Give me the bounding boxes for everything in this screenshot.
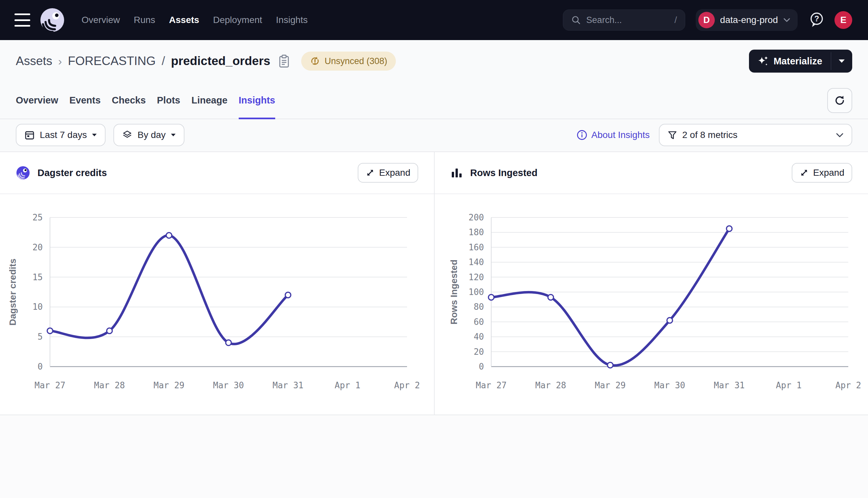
svg-text:5: 5 [38,332,43,342]
sparkles-icon [757,55,769,67]
svg-text:Mar 31: Mar 31 [272,380,304,390]
copy-icon[interactable] [278,54,290,68]
metrics-filter-label: 2 of 8 metrics [682,130,738,140]
panel-title: Dagster credits [38,168,107,179]
svg-text:Mar 29: Mar 29 [595,380,626,390]
svg-text:180: 180 [469,227,484,237]
workspace-badge: D [698,12,715,28]
breadcrumb-separator: / [162,54,165,68]
status-badge[interactable]: Unsynced (308) [301,52,396,70]
svg-text:Mar 28: Mar 28 [94,380,125,390]
materialize-button[interactable]: Materialize [749,50,831,73]
layers-icon [122,130,132,140]
expand-icon [366,168,375,178]
date-range-filter[interactable]: Last 7 days [16,124,105,146]
top-nav: Overview Runs Assets Deployment Insights… [0,0,868,40]
breadcrumb-assets[interactable]: Assets [16,54,52,68]
panel-dagster-credits: Dagster credits Expand 0510152025Mar 27M… [0,152,434,415]
sync-alert-icon [310,56,320,66]
user-avatar[interactable]: E [834,11,852,29]
expand-label: Expand [813,168,844,178]
help-icon[interactable]: ? [809,11,825,29]
materialize-dropdown-button[interactable] [831,50,852,73]
asset-name: predicted_orders [171,54,270,68]
tab-lineage[interactable]: Lineage [191,82,228,119]
svg-text:200: 200 [469,212,484,222]
caret-down-icon [171,133,176,137]
insights-panels: Dagster credits Expand 0510152025Mar 27M… [0,152,868,415]
workspace-name: data-eng-prod [720,15,778,25]
breadcrumb-group[interactable]: FORECASTING [68,54,155,68]
workspace-switcher[interactable]: D data-eng-prod [696,9,797,31]
rows-ingested-chart[interactable]: 020406080100120140160180200Mar 27Mar 28M… [435,194,868,415]
svg-text:100: 100 [469,287,484,297]
svg-text:Apr 2: Apr 2 [394,380,420,390]
search-icon [571,15,581,25]
asset-header: Assets › FORECASTING / predicted_orders … [0,40,868,82]
svg-text:10: 10 [33,302,43,312]
svg-text:120: 120 [469,272,484,282]
granularity-filter[interactable]: By day [113,124,184,146]
about-insights-link[interactable]: About Insights [576,129,650,141]
filter-funnel-icon [667,130,677,140]
svg-text:?: ? [814,14,819,23]
chevron-down-icon [836,133,844,137]
svg-text:Mar 30: Mar 30 [654,380,685,390]
nav-item-assets[interactable]: Assets [169,15,199,25]
svg-text:Mar 28: Mar 28 [535,380,566,390]
expand-button[interactable]: Expand [358,163,418,183]
svg-text:Apr 1: Apr 1 [335,380,360,390]
primary-nav: Overview Runs Assets Deployment Insights [81,15,308,25]
tab-plots[interactable]: Plots [157,82,180,119]
svg-text:Mar 29: Mar 29 [154,380,184,390]
svg-text:Rows Ingested: Rows Ingested [449,260,459,325]
nav-item-runs[interactable]: Runs [134,15,155,25]
search-input[interactable]: Search... / [563,10,685,30]
chevron-down-icon [783,18,790,22]
info-icon [576,129,588,141]
panel-header: Dagster credits Expand [0,152,434,194]
metrics-filter[interactable]: 2 of 8 metrics [659,124,852,146]
svg-text:Apr 2: Apr 2 [835,380,861,390]
nav-item-deployment[interactable]: Deployment [213,15,262,25]
svg-text:Mar 27: Mar 27 [476,380,507,390]
dagster-credits-chart[interactable]: 0510152025Mar 27Mar 28Mar 29Mar 30Mar 31… [0,194,434,415]
breadcrumb-chevron-icon: › [58,55,62,68]
tab-checks[interactable]: Checks [112,82,146,119]
caret-down-icon [839,59,845,63]
svg-text:80: 80 [474,302,484,312]
refresh-button[interactable] [827,88,852,113]
svg-text:160: 160 [469,243,484,252]
caret-down-icon [92,133,97,137]
svg-text:Mar 27: Mar 27 [35,380,65,390]
svg-text:0: 0 [38,362,43,371]
status-badge-label: Unsynced (308) [324,56,387,66]
tab-insights[interactable]: Insights [239,82,275,119]
tab-events[interactable]: Events [69,82,101,119]
nav-item-overview[interactable]: Overview [81,15,120,25]
asset-tabs: Overview Events Checks Plots Lineage Ins… [0,82,868,119]
svg-text:Mar 31: Mar 31 [714,380,745,390]
svg-text:25: 25 [33,212,43,222]
svg-text:Dagster credits: Dagster credits [8,259,18,326]
expand-button[interactable]: Expand [792,163,852,183]
svg-text:15: 15 [33,272,43,282]
expand-icon [800,168,809,178]
calendar-icon [24,130,35,140]
tab-overview[interactable]: Overview [16,82,58,119]
granularity-label: By day [138,130,166,140]
insights-filters: Last 7 days By day About Insights 2 of 8… [0,119,868,152]
dagster-credits-icon [16,166,30,180]
filters-right-group: About Insights 2 of 8 metrics [576,124,852,146]
panel-header: Rows Ingested Expand [435,152,868,194]
breadcrumb: Assets › FORECASTING / predicted_orders [16,54,290,68]
dagster-logo-icon[interactable] [39,7,65,33]
svg-text:40: 40 [474,332,484,342]
refresh-icon [833,94,846,107]
menu-icon[interactable] [14,13,30,27]
svg-text:140: 140 [469,257,484,267]
materialize-split-button: Materialize [749,50,852,73]
nav-item-insights[interactable]: Insights [276,15,308,25]
panel-title: Rows Ingested [470,168,538,179]
svg-text:20: 20 [33,243,43,252]
